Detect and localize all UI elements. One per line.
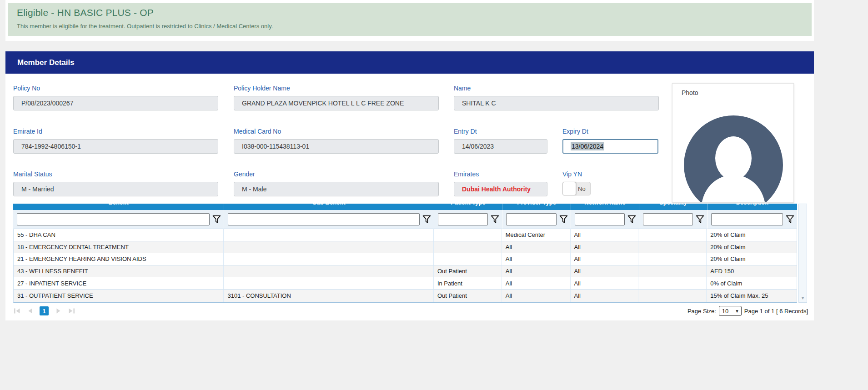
medical-card-input[interactable] (234, 139, 439, 154)
emirate-id-label: Emirate Id (13, 128, 218, 135)
current-page-button[interactable]: 1 (40, 306, 49, 315)
cell-speciality (638, 290, 707, 302)
emirate-id-input[interactable] (13, 139, 218, 154)
last-page-button[interactable] (68, 307, 75, 315)
marital-status-input[interactable] (13, 182, 218, 196)
photo-card: Photo (672, 83, 794, 203)
filter-funnel-icon[interactable] (785, 215, 795, 224)
table-row[interactable]: 43 - WELLNESS BENEFIT Out Patient All Al… (14, 265, 797, 278)
page-size-select[interactable]: 10 ▾ (719, 306, 742, 316)
cell-speciality (638, 229, 707, 241)
member-details-header: Member Details (5, 51, 814, 74)
expiry-dt-label: Expiry Dt (562, 128, 658, 135)
filter-input-provider-type[interactable] (506, 213, 557, 225)
filter-funnel-icon[interactable] (559, 215, 568, 224)
cell-network-name: All (571, 290, 639, 302)
gender-field: Gender (234, 170, 439, 196)
filter-funnel-icon[interactable] (490, 215, 500, 224)
column-header-sub-benefit[interactable]: Sub Benefit (224, 204, 434, 210)
cell-provider-type: All (502, 253, 571, 265)
member-details-card: Member Details Policy No Policy Holder N… (5, 51, 814, 320)
table-row[interactable]: 18 - EMERGENCY DENTAL TREATMENT All All … (14, 241, 797, 254)
column-header-benefit[interactable]: Benefit (13, 204, 224, 210)
cell-speciality (638, 277, 707, 289)
filter-input-benefit[interactable] (17, 213, 210, 225)
vip-toggle-handle[interactable] (562, 182, 576, 195)
filter-funnel-icon[interactable] (422, 215, 431, 224)
cell-sub-benefit (224, 265, 433, 277)
table-vertical-scrollbar[interactable]: ▾ (798, 204, 807, 303)
cell-patient-type (434, 253, 502, 265)
emirates-label: Emirates (454, 170, 547, 178)
cell-sub-benefit (224, 241, 433, 253)
filter-input-network-name[interactable] (575, 213, 625, 225)
filter-input-patient-type[interactable] (438, 213, 488, 225)
filter-funnel-icon[interactable] (212, 215, 221, 224)
table-row[interactable]: 27 - INPATIENT SERVICE In Patient All Al… (14, 277, 797, 290)
policy-holder-input[interactable] (234, 96, 439, 110)
cell-network-name: All (571, 253, 639, 265)
expiry-dt-input[interactable]: 13/06/2024 (562, 139, 658, 154)
name-field: Name (454, 85, 659, 110)
column-header-provider-type[interactable]: Provider Type (502, 204, 571, 210)
pagination-bar: 1 Page Size: 10 ▾ Page 1 of 1 [ 6 Record… (13, 305, 808, 316)
cell-provider-type: All (502, 290, 571, 302)
cell-sub-benefit (224, 229, 433, 241)
cell-description: 15% of Claim Max. 25 (707, 290, 797, 302)
table-row[interactable]: 21 - EMERGENCY HEARING AND VISION AIDS A… (14, 253, 797, 265)
filter-input-sub-benefit[interactable] (228, 213, 420, 225)
cell-benefit: 18 - EMERGENCY DENTAL TREATMENT (14, 241, 224, 253)
column-header-network-name[interactable]: Network Name (571, 204, 639, 210)
page-size-label: Page Size: (687, 308, 716, 315)
chevron-down-icon: ▾ (736, 308, 738, 314)
page-size-value: 10 (722, 308, 728, 315)
eligibility-title: Eligible - HN BASIC PLUS - OP (17, 7, 812, 18)
eligibility-banner: Eligible - HN BASIC PLUS - OP This membe… (8, 3, 812, 36)
cell-benefit: 21 - EMERGENCY HEARING AND VISION AIDS (14, 253, 224, 265)
entry-dt-label: Entry Dt (454, 128, 547, 135)
policy-no-input[interactable] (13, 96, 218, 110)
filter-input-speciality[interactable] (643, 213, 693, 225)
prev-page-button[interactable] (26, 307, 34, 315)
column-header-patient-type[interactable]: Patient Type (434, 204, 502, 210)
benefits-table-header-row: Benefit Sub Benefit Patient Type Provide… (13, 204, 797, 210)
eligibility-card: Eligible - HN BASIC PLUS - OP This membe… (5, 0, 814, 41)
scroll-down-icon[interactable]: ▾ (802, 293, 804, 302)
cell-provider-type: All (502, 241, 571, 253)
cell-speciality (638, 241, 707, 253)
filter-funnel-icon[interactable] (627, 215, 637, 224)
table-row[interactable]: 55 - DHA CAN Medical Center All 20% of C… (14, 229, 797, 241)
cell-sub-benefit: 3101 - CONSULTATION (224, 290, 433, 302)
cell-speciality (638, 265, 707, 277)
gender-input[interactable] (234, 182, 439, 196)
entry-dt-field: Entry Dt (454, 128, 547, 154)
emirate-id-field: Emirate Id (13, 128, 218, 154)
column-header-speciality[interactable]: Speciality (639, 204, 707, 210)
filter-funnel-icon[interactable] (695, 215, 705, 224)
cell-provider-type: All (502, 265, 571, 277)
cell-provider-type: Medical Center (502, 229, 571, 241)
cell-description: 20% of Claim (707, 229, 797, 241)
emirates-field: Emirates (454, 170, 547, 196)
name-label: Name (454, 85, 659, 92)
vip-field: Vip YN No (562, 170, 658, 195)
policy-holder-field: Policy Holder Name (234, 85, 439, 110)
table-row[interactable]: 31 - OUTPATIENT SERVICE 3101 - CONSULTAT… (14, 290, 797, 302)
vip-toggle[interactable]: No (562, 182, 591, 195)
column-header-description[interactable]: Description (707, 204, 797, 210)
next-page-button[interactable] (55, 307, 62, 315)
entry-dt-input[interactable] (454, 139, 547, 154)
cell-benefit: 43 - WELLNESS BENEFIT (14, 265, 224, 277)
avatar-silhouette-icon (684, 115, 783, 203)
benefits-table-body: 55 - DHA CAN Medical Center All 20% of C… (13, 229, 797, 303)
cell-patient-type: In Patient (434, 277, 502, 289)
cell-sub-benefit (224, 253, 433, 265)
first-page-button[interactable] (13, 307, 20, 315)
benefits-table: Benefit Sub Benefit Patient Type Provide… (13, 204, 807, 303)
emirates-input[interactable] (454, 182, 547, 196)
next-page-icon (56, 308, 61, 314)
filter-input-description[interactable] (711, 213, 783, 225)
name-input[interactable] (454, 96, 659, 110)
cell-description: AED 150 (707, 265, 797, 277)
member-avatar (684, 115, 783, 203)
